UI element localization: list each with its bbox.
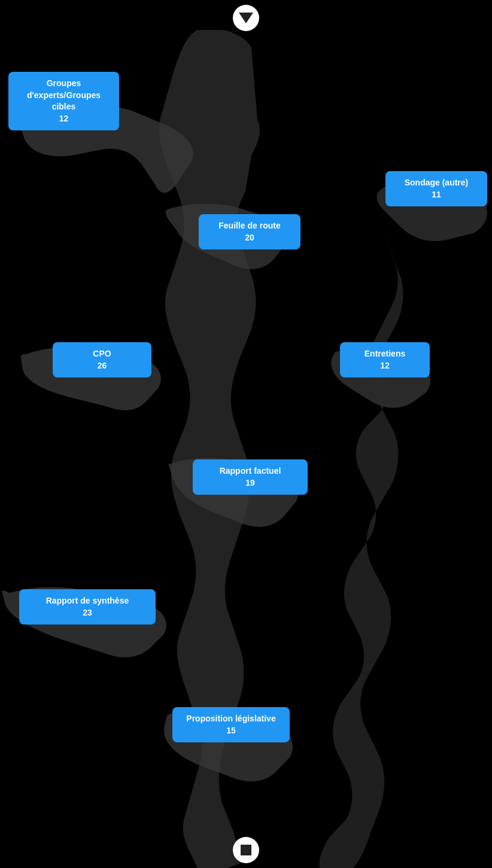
entretiens-value: 12	[380, 361, 390, 370]
filter-down-icon	[233, 5, 259, 31]
sondage-node[interactable]: Sondage (autre) 11	[385, 171, 487, 206]
groupes-label: Groupesd'experts/Groupescibles	[27, 78, 101, 111]
sondage-value: 11	[432, 190, 441, 199]
groupes-value: 12	[59, 114, 69, 123]
stop-square-icon	[233, 837, 259, 863]
rapport-synthese-node[interactable]: Rapport de synthèse 23	[19, 589, 156, 625]
entretiens-label: Entretiens	[365, 349, 405, 358]
sondage-label: Sondage (autre)	[405, 178, 469, 187]
rapport-factuel-value: 19	[245, 478, 255, 488]
feuille-label: Feuille de route	[218, 221, 280, 230]
cpo-label: CPO	[93, 349, 111, 358]
cpo-value: 26	[98, 361, 107, 370]
rapport-factuel-node[interactable]: Rapport factuel 19	[193, 459, 308, 495]
feuille-node[interactable]: Feuille de route 20	[199, 214, 300, 249]
rapport-factuel-label: Rapport factuel	[220, 466, 281, 476]
proposition-value: 15	[226, 726, 236, 735]
proposition-label: Proposition législative	[186, 714, 275, 723]
proposition-node[interactable]: Proposition législative 15	[172, 707, 290, 742]
groupes-node[interactable]: Groupesd'experts/Groupescibles 12	[8, 72, 119, 130]
cpo-node[interactable]: CPO 26	[53, 342, 151, 377]
feuille-value: 20	[245, 233, 254, 242]
entretiens-node[interactable]: Entretiens 12	[340, 342, 430, 377]
rapport-synthese-value: 23	[83, 608, 92, 617]
rapport-synthese-label: Rapport de synthèse	[46, 596, 129, 605]
